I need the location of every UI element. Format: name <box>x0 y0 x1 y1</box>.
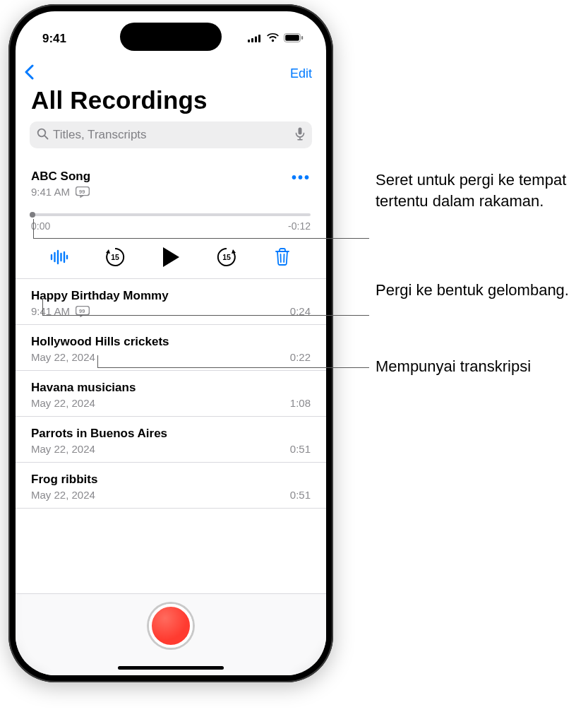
recordings-list: ABC Song 9:41 AM 99 ••• <box>16 160 326 605</box>
svg-rect-0 <box>248 40 250 42</box>
home-indicator[interactable] <box>118 666 224 670</box>
nav-bar: Edit <box>16 55 326 85</box>
svg-text:15: 15 <box>222 253 231 261</box>
phone-frame: 9:41 Edit <box>8 4 333 682</box>
item-title <box>31 518 311 533</box>
item-title: Frog ribbits <box>31 473 311 487</box>
annotation-scrub: Seret untuk pergi ke tempat tertentu dal… <box>376 170 587 211</box>
item-title: Happy Birthday Mommy <box>31 289 311 303</box>
edit-button[interactable]: Edit <box>290 66 312 81</box>
rewind-15-button[interactable]: 15 <box>87 246 143 268</box>
search-icon <box>37 128 49 143</box>
battery-icon <box>284 32 304 46</box>
list-item[interactable]: Frog ribbits May 22, 2024 0:51 <box>16 463 326 509</box>
time-remaining: -0:12 <box>288 220 311 232</box>
dynamic-island <box>120 23 222 51</box>
search-placeholder: Titles, Transcripts <box>53 128 295 142</box>
svg-marker-20 <box>106 249 110 254</box>
annotation-transcript: Mempunyai transkripsi <box>376 356 587 377</box>
item-duration: 0:51 <box>290 443 311 455</box>
back-button[interactable] <box>24 62 35 85</box>
svg-text:99: 99 <box>79 188 85 194</box>
delete-button[interactable] <box>255 248 311 266</box>
annotation-waveform: Pergi ke bentuk gelombang. <box>376 280 587 301</box>
wifi-icon <box>266 32 280 46</box>
transcript-icon: 99 <box>76 186 90 198</box>
list-item[interactable]: Happy Birthday Mommy 9:41 AM 99 0:24 <box>16 279 326 325</box>
svg-marker-23 <box>232 249 236 254</box>
dictation-icon[interactable] <box>295 127 305 143</box>
svg-text:99: 99 <box>79 307 85 314</box>
svg-rect-2 <box>255 37 257 43</box>
svg-text:15: 15 <box>111 253 119 261</box>
item-duration: 0:51 <box>290 489 311 501</box>
annotation-leader <box>42 299 43 315</box>
record-button[interactable] <box>149 604 193 648</box>
bottom-bar <box>16 593 326 675</box>
item-meta: May 22, 2024 <box>31 489 95 501</box>
list-item[interactable]: Parrots in Buenos Aires May 22, 2024 0:5… <box>16 417 326 463</box>
annotation-leader <box>33 219 34 238</box>
phone-screen: 9:41 Edit <box>16 11 326 675</box>
svg-rect-5 <box>285 35 299 41</box>
scrubber[interactable]: 0:00 -0:12 <box>31 213 311 232</box>
item-meta: May 22, 2024 <box>31 397 95 409</box>
list-item[interactable] <box>16 509 326 534</box>
time-elapsed: 0:00 <box>31 220 50 232</box>
page-title: All Recordings <box>31 86 208 114</box>
expanded-title: ABC Song <box>31 170 90 184</box>
annotation-leader <box>33 238 369 239</box>
list-item[interactable]: Hollywood Hills crickets May 22, 2024 0:… <box>16 325 326 371</box>
item-title: Havana musicians <box>31 381 311 395</box>
item-meta: May 22, 2024 <box>31 443 95 455</box>
play-button[interactable] <box>143 246 198 268</box>
annotation-leader <box>42 315 369 316</box>
search-input[interactable]: Titles, Transcripts <box>30 121 312 148</box>
item-title: Hollywood Hills crickets <box>31 335 311 349</box>
svg-rect-6 <box>301 36 303 40</box>
scrubber-thumb[interactable] <box>30 212 35 218</box>
item-meta: May 22, 2024 <box>31 351 95 363</box>
list-item[interactable]: Havana musicians May 22, 2024 1:08 <box>16 371 326 417</box>
expanded-time: 9:41 AM <box>31 186 70 198</box>
expanded-recording: ABC Song 9:41 AM 99 ••• <box>16 160 326 279</box>
item-title: Parrots in Buenos Aires <box>31 427 311 441</box>
svg-marker-22 <box>163 247 179 267</box>
svg-rect-9 <box>299 127 302 134</box>
svg-line-8 <box>44 136 47 138</box>
status-time: 9:41 <box>42 32 66 46</box>
more-button[interactable]: ••• <box>292 170 311 181</box>
item-duration: 0:22 <box>290 351 311 363</box>
forward-15-button[interactable]: 15 <box>199 246 255 268</box>
item-duration: 1:08 <box>290 397 311 409</box>
cellular-icon <box>248 32 262 46</box>
svg-rect-3 <box>258 35 260 42</box>
annotation-leader <box>97 367 369 368</box>
waveform-button[interactable] <box>31 249 87 265</box>
svg-rect-1 <box>251 38 253 42</box>
annotation-leader <box>97 355 98 367</box>
